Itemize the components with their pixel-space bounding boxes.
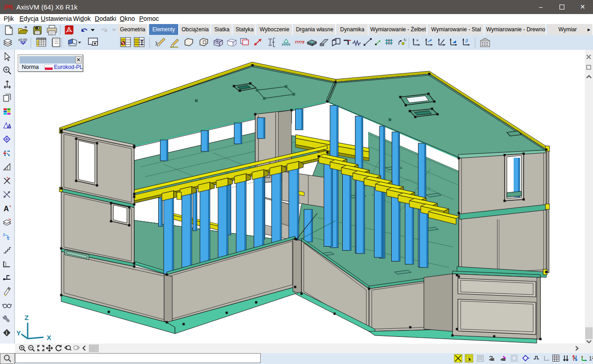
svg-text:β: β (465, 39, 468, 43)
svg-text:X: X (47, 334, 51, 341)
svg-text:×: × (416, 38, 418, 43)
svg-text:1²: 1² (589, 355, 593, 362)
svg-text:Y: Y (16, 329, 21, 337)
svg-text:±0.00: ±0.00 (18, 38, 28, 42)
svg-text:Z: Z (24, 314, 29, 321)
svg-text:A: A (4, 205, 9, 213)
svg-text:↻: ↻ (403, 38, 407, 42)
svg-text:i: i (6, 330, 7, 335)
svg-text:3: 3 (3, 233, 5, 237)
